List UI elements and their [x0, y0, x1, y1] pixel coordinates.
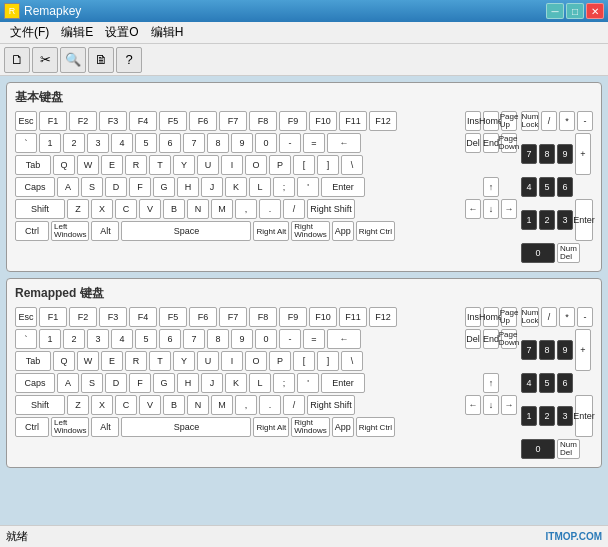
rkey-quote[interactable]: '	[297, 373, 319, 393]
rkey-v[interactable]: V	[139, 395, 161, 415]
key-caps[interactable]: Caps	[15, 177, 55, 197]
rkey-num6[interactable]: 6	[557, 373, 573, 393]
rkey-b[interactable]: B	[163, 395, 185, 415]
rkey-num9[interactable]: 9	[557, 340, 573, 360]
key-rctrl[interactable]: Right Ctrl	[356, 221, 395, 241]
key-rbracket[interactable]: ]	[317, 155, 339, 175]
rkey-num-minus[interactable]: -	[577, 307, 593, 327]
key-3[interactable]: 3	[87, 133, 109, 153]
rkey-slash[interactable]: /	[283, 395, 305, 415]
rkey-esc[interactable]: Esc	[15, 307, 37, 327]
rkey-num0[interactable]: 0	[521, 439, 555, 459]
rkey-f[interactable]: F	[129, 373, 151, 393]
rkey-up[interactable]: ↑	[483, 373, 499, 393]
rkey-num-enter[interactable]: Enter	[575, 395, 593, 437]
key-enter[interactable]: Enter	[321, 177, 365, 197]
key-up[interactable]: ↑	[483, 177, 499, 197]
rkey-del[interactable]: Del	[465, 329, 481, 349]
minimize-button[interactable]: ─	[546, 3, 564, 19]
key-num-slash[interactable]: /	[541, 111, 557, 131]
rkey-s[interactable]: S	[81, 373, 103, 393]
key-e[interactable]: E	[101, 155, 123, 175]
rkey-numlock[interactable]: NumLock	[521, 307, 539, 327]
key-f[interactable]: F	[129, 177, 151, 197]
rkey-a[interactable]: A	[57, 373, 79, 393]
key-tab[interactable]: Tab	[15, 155, 51, 175]
rkey-f8[interactable]: F8	[249, 307, 277, 327]
rkey-k[interactable]: K	[225, 373, 247, 393]
rkey-right[interactable]: →	[501, 395, 517, 415]
rkey-6[interactable]: 6	[159, 329, 181, 349]
rkey-f9[interactable]: F9	[279, 307, 307, 327]
rkey-y[interactable]: Y	[173, 351, 195, 371]
key-b[interactable]: B	[163, 199, 185, 219]
rkey-ctrl-left[interactable]: Ctrl	[15, 417, 49, 437]
rkey-rctrl[interactable]: Right Ctrl	[356, 417, 395, 437]
key-num0[interactable]: 0	[521, 243, 555, 263]
rkey-j[interactable]: J	[201, 373, 223, 393]
rkey-h[interactable]: H	[177, 373, 199, 393]
rkey-c[interactable]: C	[115, 395, 137, 415]
rkey-pgdn[interactable]: PageDown	[501, 329, 517, 349]
rkey-num-del[interactable]: NumDel	[557, 439, 580, 459]
rkey-1[interactable]: 1	[39, 329, 61, 349]
rkey-num4[interactable]: 4	[521, 373, 537, 393]
key-num7[interactable]: 7	[521, 144, 537, 164]
key-l[interactable]: L	[249, 177, 271, 197]
rkey-rbracket[interactable]: ]	[317, 351, 339, 371]
rkey-q[interactable]: Q	[53, 351, 75, 371]
rkey-u[interactable]: U	[197, 351, 219, 371]
key-lwin[interactable]: LeftWindows	[51, 221, 89, 241]
key-esc[interactable]: Esc	[15, 111, 37, 131]
rkey-l[interactable]: L	[249, 373, 271, 393]
maximize-button[interactable]: □	[566, 3, 584, 19]
key-pgdn[interactable]: PageDown	[501, 133, 517, 153]
rkey-4[interactable]: 4	[111, 329, 133, 349]
rkey-f2[interactable]: F2	[69, 307, 97, 327]
key-v[interactable]: V	[139, 199, 161, 219]
toolbar-help[interactable]: ?	[116, 47, 142, 73]
rkey-9[interactable]: 9	[231, 329, 253, 349]
key-w[interactable]: W	[77, 155, 99, 175]
toolbar-new[interactable]: 🗋	[4, 47, 30, 73]
rkey-5[interactable]: 5	[135, 329, 157, 349]
key-pgup[interactable]: PageUp	[501, 111, 517, 131]
key-equals[interactable]: =	[303, 133, 325, 153]
rkey-2[interactable]: 2	[63, 329, 85, 349]
menu-help[interactable]: 编辑H	[145, 22, 190, 43]
key-1[interactable]: 1	[39, 133, 61, 153]
rkey-num-slash[interactable]: /	[541, 307, 557, 327]
rkey-alt-left[interactable]: Alt	[91, 417, 119, 437]
rkey-3[interactable]: 3	[87, 329, 109, 349]
key-num4[interactable]: 4	[521, 177, 537, 197]
rkey-num5[interactable]: 5	[539, 373, 555, 393]
rkey-e[interactable]: E	[101, 351, 123, 371]
rkey-t[interactable]: T	[149, 351, 171, 371]
key-c[interactable]: C	[115, 199, 137, 219]
rkey-backslash[interactable]: \	[341, 351, 363, 371]
rkey-num-plus[interactable]: +	[575, 329, 591, 371]
key-minus[interactable]: -	[279, 133, 301, 153]
key-ctrl-left[interactable]: Ctrl	[15, 221, 49, 241]
key-z[interactable]: Z	[67, 199, 89, 219]
key-d[interactable]: D	[105, 177, 127, 197]
key-period[interactable]: .	[259, 199, 281, 219]
key-9[interactable]: 9	[231, 133, 253, 153]
key-del[interactable]: Del	[465, 133, 481, 153]
menu-settings[interactable]: 设置O	[99, 22, 144, 43]
rkey-backspace[interactable]: ←	[327, 329, 361, 349]
rkey-7[interactable]: 7	[183, 329, 205, 349]
key-5[interactable]: 5	[135, 133, 157, 153]
key-shift-left[interactable]: Shift	[15, 199, 65, 219]
key-left[interactable]: ←	[465, 199, 481, 219]
key-o[interactable]: O	[245, 155, 267, 175]
rkey-x[interactable]: X	[91, 395, 113, 415]
key-f1[interactable]: F1	[39, 111, 67, 131]
rkey-caps[interactable]: Caps	[15, 373, 55, 393]
key-app[interactable]: App	[332, 221, 354, 241]
rkey-f4[interactable]: F4	[129, 307, 157, 327]
key-j[interactable]: J	[201, 177, 223, 197]
rkey-space[interactable]: Space	[121, 417, 251, 437]
key-f8[interactable]: F8	[249, 111, 277, 131]
key-backslash[interactable]: \	[341, 155, 363, 175]
